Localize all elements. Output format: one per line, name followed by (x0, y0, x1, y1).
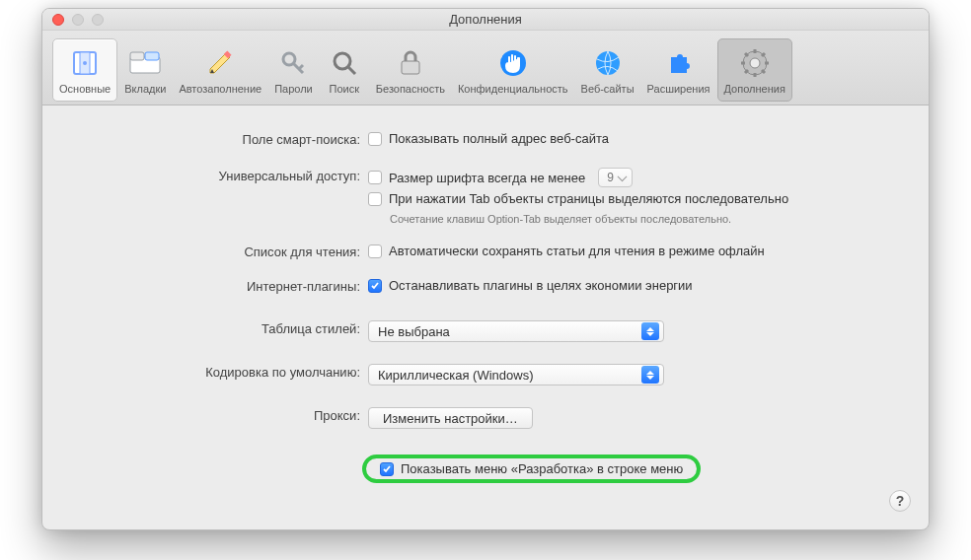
encoding-select[interactable]: Кириллическая (Windows) (368, 364, 664, 385)
toolbar-label: Вкладки (124, 83, 166, 95)
toolbar-label: Автозаполнение (179, 83, 261, 95)
minimize-button[interactable] (72, 14, 84, 26)
checkbox-label: Показывать меню «Разработка» в строке ме… (401, 461, 683, 476)
checkbox-label: Размер шрифта всегда не менее (389, 171, 585, 185)
stylesheet-select[interactable]: Не выбрана (368, 320, 664, 342)
select-value: Не выбрана (378, 324, 450, 339)
checkbox-label: Автоматически сохранять статьи для чтени… (389, 244, 765, 258)
chevron-updown-icon (641, 366, 659, 384)
checkbox-min-font[interactable] (368, 171, 382, 184)
globe-icon (592, 47, 624, 79)
toolbar-item-search[interactable]: Поиск (320, 38, 369, 102)
toolbar-item-passwords[interactable]: Пароли (268, 38, 319, 102)
svg-point-16 (750, 58, 760, 68)
traffic-lights (52, 14, 104, 26)
label-plugins: Интернет-плагины: (62, 278, 368, 294)
toolbar-item-security[interactable]: Безопасность (370, 38, 451, 102)
label-stylesheet: Таблица стилей: (62, 320, 368, 336)
toolbar-label: Поиск (330, 83, 359, 95)
toolbar-item-general[interactable]: Основные (52, 38, 117, 102)
select-value: Кириллическая (Windows) (378, 368, 534, 383)
toolbar-item-websites[interactable]: Веб-сайты (575, 38, 640, 102)
checkbox-show-develop-menu[interactable] (380, 462, 394, 476)
toolbar-label: Пароли (274, 83, 313, 95)
svg-rect-5 (145, 52, 159, 60)
key-icon (277, 47, 309, 79)
chevron-updown-icon (641, 322, 659, 340)
toolbar-label: Конфиденциальность (458, 83, 568, 95)
hint-option-tab: Сочетание клавиш Option-Tab выделяет объ… (390, 212, 731, 226)
close-button[interactable] (52, 14, 64, 26)
svg-line-22 (762, 70, 765, 73)
checkbox-label: При нажатии Tab объекты страницы выделяю… (389, 191, 788, 206)
preferences-window: Дополнения Основные Вкладки (41, 8, 930, 530)
hand-icon (497, 47, 529, 79)
label-encoding: Кодировка по умолчанию: (62, 364, 368, 380)
button-label: Изменить настройки… (383, 411, 518, 426)
checkbox-tab-highlight[interactable] (368, 192, 382, 206)
help-button[interactable]: ? (889, 490, 911, 512)
zoom-button[interactable] (92, 14, 104, 26)
toolbar-item-privacy[interactable]: Конфиденциальность (452, 38, 574, 102)
svg-line-23 (762, 53, 765, 56)
svg-line-24 (745, 70, 748, 73)
tabs-icon (129, 47, 161, 79)
svg-rect-12 (402, 61, 419, 74)
search-icon (329, 47, 360, 79)
toolbar-item-tabs[interactable]: Вкладки (118, 38, 172, 102)
checkbox-reading-offline[interactable] (368, 245, 382, 258)
pencil-icon (204, 47, 236, 79)
titlebar: Дополнения (42, 9, 929, 31)
checkbox-label: Останавливать плагины в целях экономии э… (389, 278, 693, 293)
general-icon (69, 47, 101, 79)
min-font-select[interactable]: 9 (598, 168, 633, 187)
toolbar-label: Безопасность (376, 83, 445, 95)
svg-line-21 (745, 53, 748, 56)
toolbar-label: Дополнения (724, 83, 785, 95)
highlight-develop-menu: Показывать меню «Разработка» в строке ме… (362, 455, 701, 483)
help-label: ? (896, 493, 905, 509)
svg-point-14 (596, 51, 620, 75)
checkbox-label: Показывать полный адрес веб-сайта (389, 131, 609, 146)
toolbar-item-autofill[interactable]: Автозаполнение (173, 38, 267, 102)
toolbar-label: Веб-сайты (581, 83, 635, 95)
gear-icon (739, 47, 771, 79)
toolbar-item-advanced[interactable]: Дополнения (717, 38, 792, 102)
checkbox-show-full-url[interactable] (368, 132, 382, 146)
svg-line-11 (348, 67, 355, 74)
toolbar: Основные Вкладки Автозаполнение (42, 31, 929, 105)
toolbar-label: Основные (59, 83, 111, 95)
label-universal-access: Универсальный доступ: (62, 168, 368, 183)
svg-rect-4 (130, 52, 144, 60)
checkbox-stop-plugins[interactable] (368, 279, 382, 293)
window-title: Дополнения (42, 12, 929, 27)
change-proxy-button[interactable]: Изменить настройки… (368, 407, 533, 429)
label-proxies: Прокси: (62, 407, 368, 423)
lock-icon (395, 47, 426, 79)
toolbar-item-extensions[interactable]: Расширения (641, 38, 716, 102)
puzzle-icon (663, 47, 695, 79)
svg-point-2 (83, 61, 87, 65)
label-reading-list: Список для чтения: (62, 244, 368, 259)
label-smart-search: Поле смарт-поиска: (62, 131, 368, 147)
svg-point-10 (335, 53, 350, 69)
toolbar-label: Расширения (647, 83, 710, 95)
content-area: Поле смарт-поиска: Показывать полный адр… (42, 105, 929, 529)
